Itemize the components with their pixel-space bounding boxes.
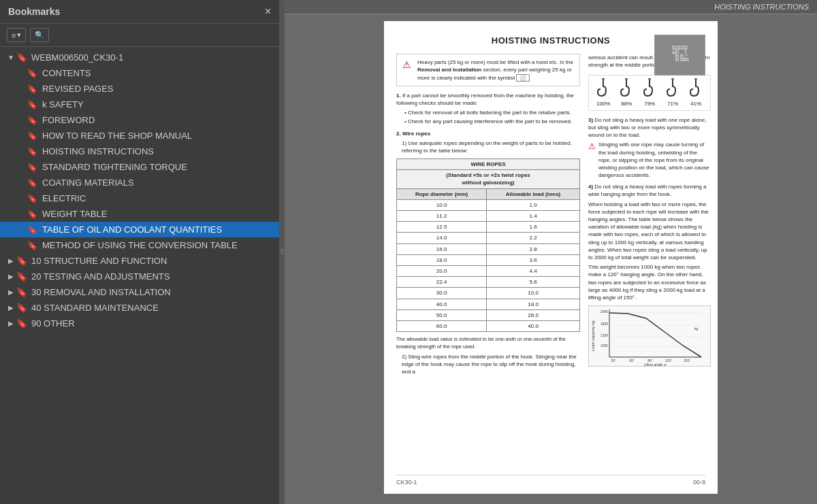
bookmark-icon: 🔖 [27,209,38,219]
item-2-header: 2. Wire ropes [396,130,580,137]
expand-arrow-icon: ▶ [5,273,16,280]
sidebar-item-label: k SAFETY [42,99,84,110]
graph-svg: Load capacity kg 2000 1800 1100 1000 [589,306,708,366]
folder-icon: 🔖 [16,303,29,313]
table-cell: 20.0 [397,265,487,276]
hook-svg-5 [689,78,703,99]
resize-icon: ⠿ [280,248,285,256]
sidebar-item-label: TABLE OF OIL AND COOLANT QUANTITIES [42,224,222,235]
table-row: 16.02.8 [397,243,580,254]
table-row: 22.45.6 [397,277,580,288]
item3-warning: ⚠ Slinging with one rope may cause turni… [588,141,711,179]
table-row: 10.01.0 [397,199,580,210]
sidebar-item-removal[interactable]: ▶ 🔖 30 REMOVAL AND INSTALLATION [0,284,279,300]
sidebar-item-conversion[interactable]: 🔖 METHOD OF USING THE CONVERSION TABLE [0,237,279,253]
hoist-thumbnail-icon: 🏗 [671,41,690,68]
expand-arrow-icon: ▶ [5,257,16,265]
wire-table-body: 10.01.011.21.412.51.614.02.216.02.818.03… [397,199,580,331]
load-capacity-graph: Load capacity kg 2000 1800 1100 1000 [588,305,711,367]
table-row: 14.02.2 [397,233,580,243]
sidebar-item-label: 10 STRUCTURE AND FUNCTION [31,256,167,266]
sidebar-item-how-to-read[interactable]: 🔖 HOW TO READ THE SHOP MANUAL [0,128,279,144]
table-row: 50.028.0 [397,309,580,320]
table-cell: 40.0 [487,320,580,331]
folder-icon: 🔖 [16,52,29,63]
hoist-hook-illustrations: 100% 88% [588,75,711,111]
sidebar-panel: Bookmarks × ≡ ▾ 🔍 ▼ 🔖 WEBM006500_CK30-1 … [0,0,279,504]
sidebar-root-label: WEBM006500_CK30-1 [31,52,123,63]
sidebar-item-label: HOW TO READ THE SHOP MANUAL [42,131,192,141]
page-thumbnail: 🏗 [654,35,705,75]
table-cell: 10.0 [397,199,487,210]
col-header-load: Allowable load (tons) [487,188,580,199]
collapse-arrow-icon: ▼ [5,54,16,61]
table-cell: 12.5 [397,222,487,233]
sidebar-item-k-safety[interactable]: 🔖 k SAFETY [0,97,279,112]
table-cell: 1.4 [487,211,580,222]
sidebar-item-structure[interactable]: ▶ 🔖 10 STRUCTURE AND FUNCTION [0,253,279,269]
warning-text: Heavy parts (25 kg or more) must be lift… [417,58,574,82]
sidebar-item-label: CONTENTS [42,68,91,78]
options-menu-button[interactable]: ≡ ▾ [7,28,26,42]
hook-item-1: 100% [596,78,610,107]
sidebar-item-foreword[interactable]: 🔖 FOREWORD [0,112,279,128]
sidebar-item-coating[interactable]: 🔖 COATING MATERIALS [0,175,279,190]
sidebar-item-label: 30 REMOVAL AND INSTALLATION [31,287,171,297]
warning-box: ⚠ Heavy parts (25 kg or more) must be li… [396,54,580,86]
wire-table-title: WIRE ROPES [397,159,580,170]
folder-icon: 🔖 [16,256,29,266]
hook-svg-1 [596,78,610,99]
sidebar-item-testing[interactable]: ▶ 🔖 20 TESTING AND ADJUSTMENTS [0,269,279,284]
item4-detail2: This weight becomes 1000 kg when two rop… [588,263,711,301]
expand-arrow-icon: ▶ [5,320,16,327]
sidebar-root-item[interactable]: ▼ 🔖 WEBM006500_CK30-1 [0,50,279,65]
doc-header-text: HOISTING INSTRUCTIONS [714,3,809,11]
sidebar-item-label: FOREWORD [42,115,95,125]
sidebar-item-maintenance[interactable]: ▶ 🔖 40 STANDARD MAINTENANCE [0,300,279,316]
right-item-4: 4) Do not sling a heavy load with ropes … [588,183,711,301]
table-cell: 1.0 [487,199,580,210]
bookmark-icon: 🔖 [27,100,38,110]
svg-text:30°: 30° [611,358,616,363]
table-cell: 14.0 [397,233,487,243]
sidebar-content: ▼ 🔖 WEBM006500_CK30-1 🔖 CONTENTS 🔖 REVIS… [0,47,279,504]
numbered-item-2: 2. Wire ropes 1) Use adequate ropes depe… [396,130,580,376]
table-cell: 22.4 [397,277,487,288]
sidebar-item-hoisting[interactable]: 🔖 HOISTING INSTRUCTIONS [0,144,279,159]
sidebar-item-weight[interactable]: 🔖 WEIGHT TABLE [0,206,279,222]
sidebar-item-label: HOISTING INSTRUCTIONS [42,146,154,156]
table-cell: 2.8 [487,243,580,254]
table-cell: 50.0 [397,309,487,320]
sidebar-item-tightening[interactable]: 🔖 STANDARD TIGHTENING TORQUE [0,159,279,175]
sidebar-item-oil-coolant[interactable]: 🔖 TABLE OF OIL AND COOLANT QUANTITIES [0,222,279,237]
table-row: 40.018.0 [397,299,580,309]
table-cell: 1.6 [487,222,580,233]
hook-item-2: 88% [620,78,633,107]
sidebar-item-label: STANDARD TIGHTENING TORQUE [42,162,187,172]
bookmark-icon: 🔖 [27,194,38,203]
bookmark-icon: 🔖 [27,131,38,141]
hook-pct-4: 71% [667,100,678,107]
sidebar-close-button[interactable]: × [265,5,271,18]
bookmark-icon: 🔖 [27,241,38,250]
search-button[interactable]: 🔍 [30,28,49,42]
bullet-item-1: Check for removal of all bolts fastening… [396,109,580,116]
folder-icon: 🔖 [16,287,29,297]
sidebar-item-contents[interactable]: 🔖 CONTENTS [0,65,279,81]
table-cell: 5.6 [487,277,580,288]
hook-pct-3: 79% [644,100,655,107]
left-column: ⚠ Heavy parts (25 kg or more) must be li… [396,54,580,380]
sidebar-toolbar: ≡ ▾ 🔍 [0,24,279,47]
hook-svg-2 [620,78,633,99]
hook-pct-5: 41% [690,100,701,107]
sidebar-item-label: ELECTRIC [42,193,86,203]
hook-svg-4 [666,78,679,99]
sidebar-item-other[interactable]: ▶ 🔖 90 OTHER [0,316,279,331]
sidebar-item-revised-pages[interactable]: 🔖 REVISED PAGES [0,81,279,97]
expand-arrow-icon: ▶ [5,288,16,296]
svg-text:1000: 1000 [600,343,608,348]
folder-icon: 🔖 [16,318,29,329]
sidebar-item-electric[interactable]: 🔖 ELECTRIC [0,190,279,206]
svg-text:120°: 120° [665,358,672,363]
resize-handle[interactable]: ⠿ [279,0,285,504]
